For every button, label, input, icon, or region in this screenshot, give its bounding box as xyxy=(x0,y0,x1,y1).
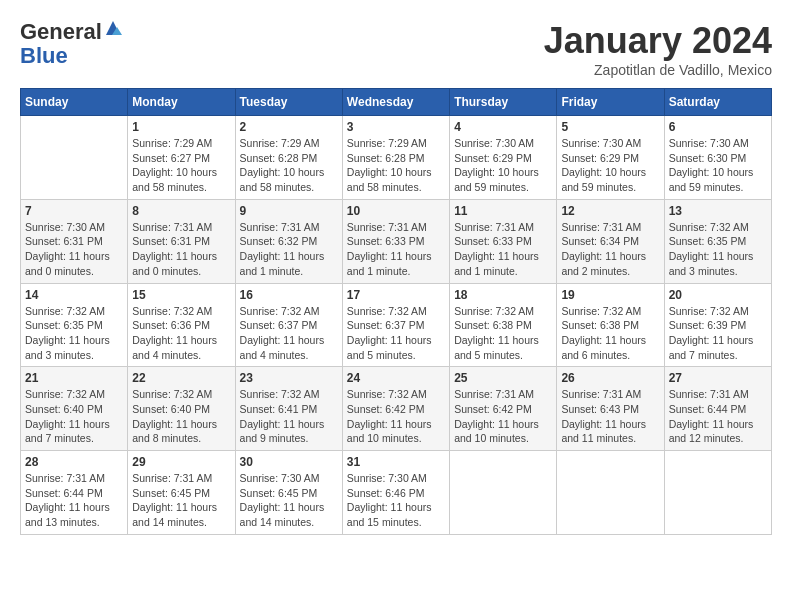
calendar-cell: 5Sunrise: 7:30 AM Sunset: 6:29 PM Daylig… xyxy=(557,116,664,200)
day-info: Sunrise: 7:30 AM Sunset: 6:31 PM Dayligh… xyxy=(25,220,123,279)
calendar-cell: 26Sunrise: 7:31 AM Sunset: 6:43 PM Dayli… xyxy=(557,367,664,451)
calendar-cell: 9Sunrise: 7:31 AM Sunset: 6:32 PM Daylig… xyxy=(235,199,342,283)
day-info: Sunrise: 7:30 AM Sunset: 6:45 PM Dayligh… xyxy=(240,471,338,530)
logo: General Blue xyxy=(20,20,122,68)
location-subtitle: Zapotitlan de Vadillo, Mexico xyxy=(544,62,772,78)
calendar-cell: 22Sunrise: 7:32 AM Sunset: 6:40 PM Dayli… xyxy=(128,367,235,451)
day-info: Sunrise: 7:30 AM Sunset: 6:30 PM Dayligh… xyxy=(669,136,767,195)
day-info: Sunrise: 7:32 AM Sunset: 6:40 PM Dayligh… xyxy=(132,387,230,446)
calendar-cell: 20Sunrise: 7:32 AM Sunset: 6:39 PM Dayli… xyxy=(664,283,771,367)
day-number: 10 xyxy=(347,204,445,218)
calendar-cell: 4Sunrise: 7:30 AM Sunset: 6:29 PM Daylig… xyxy=(450,116,557,200)
day-number: 5 xyxy=(561,120,659,134)
day-number: 17 xyxy=(347,288,445,302)
day-info: Sunrise: 7:32 AM Sunset: 6:40 PM Dayligh… xyxy=(25,387,123,446)
col-thursday: Thursday xyxy=(450,89,557,116)
day-info: Sunrise: 7:31 AM Sunset: 6:45 PM Dayligh… xyxy=(132,471,230,530)
day-info: Sunrise: 7:32 AM Sunset: 6:37 PM Dayligh… xyxy=(240,304,338,363)
calendar-cell: 24Sunrise: 7:32 AM Sunset: 6:42 PM Dayli… xyxy=(342,367,449,451)
calendar-cell: 6Sunrise: 7:30 AM Sunset: 6:30 PM Daylig… xyxy=(664,116,771,200)
day-number: 30 xyxy=(240,455,338,469)
day-number: 21 xyxy=(25,371,123,385)
col-sunday: Sunday xyxy=(21,89,128,116)
calendar-cell: 2Sunrise: 7:29 AM Sunset: 6:28 PM Daylig… xyxy=(235,116,342,200)
day-number: 3 xyxy=(347,120,445,134)
day-number: 18 xyxy=(454,288,552,302)
day-info: Sunrise: 7:32 AM Sunset: 6:38 PM Dayligh… xyxy=(454,304,552,363)
day-number: 4 xyxy=(454,120,552,134)
day-number: 6 xyxy=(669,120,767,134)
calendar-week-5: 28Sunrise: 7:31 AM Sunset: 6:44 PM Dayli… xyxy=(21,451,772,535)
title-block: January 2024 Zapotitlan de Vadillo, Mexi… xyxy=(544,20,772,78)
col-tuesday: Tuesday xyxy=(235,89,342,116)
calendar-cell: 8Sunrise: 7:31 AM Sunset: 6:31 PM Daylig… xyxy=(128,199,235,283)
calendar-cell: 30Sunrise: 7:30 AM Sunset: 6:45 PM Dayli… xyxy=(235,451,342,535)
day-info: Sunrise: 7:29 AM Sunset: 6:28 PM Dayligh… xyxy=(347,136,445,195)
day-info: Sunrise: 7:32 AM Sunset: 6:38 PM Dayligh… xyxy=(561,304,659,363)
calendar-week-3: 14Sunrise: 7:32 AM Sunset: 6:35 PM Dayli… xyxy=(21,283,772,367)
day-info: Sunrise: 7:30 AM Sunset: 6:29 PM Dayligh… xyxy=(561,136,659,195)
day-number: 7 xyxy=(25,204,123,218)
day-number: 11 xyxy=(454,204,552,218)
calendar-cell: 15Sunrise: 7:32 AM Sunset: 6:36 PM Dayli… xyxy=(128,283,235,367)
day-info: Sunrise: 7:31 AM Sunset: 6:32 PM Dayligh… xyxy=(240,220,338,279)
calendar-table: Sunday Monday Tuesday Wednesday Thursday… xyxy=(20,88,772,535)
calendar-cell: 16Sunrise: 7:32 AM Sunset: 6:37 PM Dayli… xyxy=(235,283,342,367)
col-saturday: Saturday xyxy=(664,89,771,116)
day-info: Sunrise: 7:30 AM Sunset: 6:29 PM Dayligh… xyxy=(454,136,552,195)
calendar-week-1: 1Sunrise: 7:29 AM Sunset: 6:27 PM Daylig… xyxy=(21,116,772,200)
page-header: General Blue January 2024 Zapotitlan de … xyxy=(20,20,772,78)
day-number: 8 xyxy=(132,204,230,218)
day-number: 26 xyxy=(561,371,659,385)
day-info: Sunrise: 7:31 AM Sunset: 6:44 PM Dayligh… xyxy=(25,471,123,530)
day-info: Sunrise: 7:31 AM Sunset: 6:31 PM Dayligh… xyxy=(132,220,230,279)
calendar-cell: 23Sunrise: 7:32 AM Sunset: 6:41 PM Dayli… xyxy=(235,367,342,451)
day-number: 13 xyxy=(669,204,767,218)
calendar-cell: 13Sunrise: 7:32 AM Sunset: 6:35 PM Dayli… xyxy=(664,199,771,283)
day-number: 20 xyxy=(669,288,767,302)
col-friday: Friday xyxy=(557,89,664,116)
col-monday: Monday xyxy=(128,89,235,116)
day-number: 24 xyxy=(347,371,445,385)
day-info: Sunrise: 7:32 AM Sunset: 6:39 PM Dayligh… xyxy=(669,304,767,363)
calendar-cell: 12Sunrise: 7:31 AM Sunset: 6:34 PM Dayli… xyxy=(557,199,664,283)
calendar-cell: 17Sunrise: 7:32 AM Sunset: 6:37 PM Dayli… xyxy=(342,283,449,367)
day-number: 14 xyxy=(25,288,123,302)
day-info: Sunrise: 7:32 AM Sunset: 6:36 PM Dayligh… xyxy=(132,304,230,363)
day-info: Sunrise: 7:29 AM Sunset: 6:28 PM Dayligh… xyxy=(240,136,338,195)
month-title: January 2024 xyxy=(544,20,772,62)
day-number: 2 xyxy=(240,120,338,134)
day-info: Sunrise: 7:29 AM Sunset: 6:27 PM Dayligh… xyxy=(132,136,230,195)
calendar-cell: 11Sunrise: 7:31 AM Sunset: 6:33 PM Dayli… xyxy=(450,199,557,283)
calendar-cell: 14Sunrise: 7:32 AM Sunset: 6:35 PM Dayli… xyxy=(21,283,128,367)
calendar-cell: 19Sunrise: 7:32 AM Sunset: 6:38 PM Dayli… xyxy=(557,283,664,367)
calendar-cell: 7Sunrise: 7:30 AM Sunset: 6:31 PM Daylig… xyxy=(21,199,128,283)
logo-icon xyxy=(104,19,122,37)
calendar-cell xyxy=(450,451,557,535)
day-number: 22 xyxy=(132,371,230,385)
calendar-cell: 31Sunrise: 7:30 AM Sunset: 6:46 PM Dayli… xyxy=(342,451,449,535)
day-info: Sunrise: 7:31 AM Sunset: 6:34 PM Dayligh… xyxy=(561,220,659,279)
calendar-cell xyxy=(664,451,771,535)
day-number: 9 xyxy=(240,204,338,218)
day-number: 29 xyxy=(132,455,230,469)
logo-blue: Blue xyxy=(20,43,68,68)
calendar-cell: 18Sunrise: 7:32 AM Sunset: 6:38 PM Dayli… xyxy=(450,283,557,367)
day-info: Sunrise: 7:32 AM Sunset: 6:42 PM Dayligh… xyxy=(347,387,445,446)
day-info: Sunrise: 7:30 AM Sunset: 6:46 PM Dayligh… xyxy=(347,471,445,530)
calendar-cell: 1Sunrise: 7:29 AM Sunset: 6:27 PM Daylig… xyxy=(128,116,235,200)
day-info: Sunrise: 7:32 AM Sunset: 6:35 PM Dayligh… xyxy=(25,304,123,363)
calendar-cell: 25Sunrise: 7:31 AM Sunset: 6:42 PM Dayli… xyxy=(450,367,557,451)
header-row: Sunday Monday Tuesday Wednesday Thursday… xyxy=(21,89,772,116)
day-info: Sunrise: 7:31 AM Sunset: 6:42 PM Dayligh… xyxy=(454,387,552,446)
calendar-cell: 10Sunrise: 7:31 AM Sunset: 6:33 PM Dayli… xyxy=(342,199,449,283)
calendar-cell: 3Sunrise: 7:29 AM Sunset: 6:28 PM Daylig… xyxy=(342,116,449,200)
calendar-cell: 21Sunrise: 7:32 AM Sunset: 6:40 PM Dayli… xyxy=(21,367,128,451)
calendar-cell: 28Sunrise: 7:31 AM Sunset: 6:44 PM Dayli… xyxy=(21,451,128,535)
day-number: 31 xyxy=(347,455,445,469)
day-number: 27 xyxy=(669,371,767,385)
logo-general: General xyxy=(20,20,102,44)
day-info: Sunrise: 7:32 AM Sunset: 6:35 PM Dayligh… xyxy=(669,220,767,279)
day-info: Sunrise: 7:32 AM Sunset: 6:37 PM Dayligh… xyxy=(347,304,445,363)
day-info: Sunrise: 7:31 AM Sunset: 6:33 PM Dayligh… xyxy=(347,220,445,279)
